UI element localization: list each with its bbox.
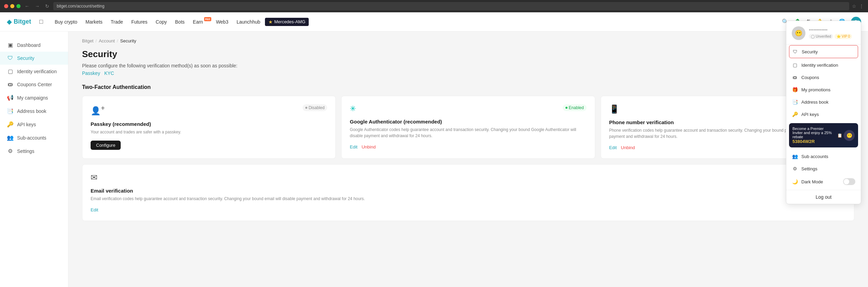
sidebar-item-security[interactable]: 🛡 Security	[0, 52, 68, 65]
breadcrumb-home[interactable]: Bitget	[82, 38, 93, 43]
sidebar-item-subaccounts[interactable]: 👥 Sub-accounts	[0, 131, 68, 144]
panel-avatar-icon: 😶	[795, 29, 802, 37]
breadcrumb: Bitget / Account / Security	[82, 38, 854, 43]
panel-menu-item-coupons[interactable]: 🎟 Coupons	[786, 71, 861, 83]
panel-identity-label: Identity verification	[801, 63, 838, 68]
passkey-status-text: Disabled	[309, 105, 325, 110]
sidebar-item-settings[interactable]: ⚙ Settings	[0, 144, 68, 158]
panel-username: ••••••••••••	[809, 27, 855, 32]
nav-bots[interactable]: Bots	[172, 17, 188, 27]
apps-grid-icon[interactable]: □	[39, 18, 43, 25]
panel-address-label: Address book	[801, 100, 829, 105]
main-layout: ▣ Dashboard 🛡 Security ▢ Identity verifi…	[0, 31, 868, 287]
toggle-thumb	[844, 179, 849, 184]
nav-buy-crypto[interactable]: Buy crypto	[51, 17, 81, 27]
panel-badges: ◯ Unverified ⭐ VIP 0	[809, 34, 855, 39]
vip-badge: ⭐ VIP 0	[834, 34, 852, 39]
panel-api-label: API keys	[801, 112, 819, 117]
passkey-card: 👤+ Disabled Passkey (recommended) Your a…	[82, 96, 336, 159]
panel-darkmode-label: Dark Mode	[801, 179, 823, 184]
google-status-badge: Enabled	[563, 104, 587, 111]
top-navigation: ◆ Bitget □ Buy crypto Markets Trade Futu…	[0, 12, 868, 31]
email-edit-button[interactable]: Edit	[91, 207, 98, 212]
sidebar-item-address[interactable]: 📑 Address book	[0, 104, 68, 118]
configure-button[interactable]: Configure	[91, 141, 121, 150]
phone-unbind-button[interactable]: Unbind	[621, 145, 635, 150]
google-card-header: ✳ Enabled	[350, 104, 586, 113]
email-card-desc: Email verification codes help guarantee …	[91, 196, 846, 202]
sidebar-label-dashboard: Dashboard	[17, 42, 41, 48]
panel-menu-item-subaccounts[interactable]: 👥 Sub accounts	[786, 150, 861, 162]
browser-star[interactable]: ☆	[852, 3, 856, 9]
browser-back[interactable]: ←	[23, 3, 31, 10]
nav-earn[interactable]: EarnHot	[189, 17, 211, 27]
google-card-title: Google Authenticator (recommended)	[350, 119, 586, 125]
sidebar-item-campaigns[interactable]: 📢 My campaigns	[0, 91, 68, 104]
panel-menu-item-darkmode[interactable]: 🌙 Dark Mode	[786, 175, 861, 188]
panel-menu-item-address[interactable]: 📑 Address book	[786, 96, 861, 108]
logo[interactable]: ◆ Bitget	[7, 18, 31, 26]
page-links: Passkey KYC	[82, 70, 854, 76]
browser-close[interactable]	[4, 4, 8, 8]
darkmode-toggle-container	[843, 178, 855, 185]
panel-settings-label: Settings	[801, 166, 817, 171]
logo-text: Bitget	[14, 18, 31, 25]
panel-menu-item-settings[interactable]: ⚙ Settings	[786, 162, 861, 175]
browser-maximize[interactable]	[16, 4, 21, 8]
google-auth-icon: ✳	[350, 104, 356, 113]
partner-badge[interactable]: ★ Mercedes-AMG	[265, 18, 309, 26]
panel-menu-item-api[interactable]: 🔑 API keys	[786, 108, 861, 120]
sidebar-item-api[interactable]: 🔑 API keys	[0, 118, 68, 131]
panel-subaccounts-icon: 👥	[792, 154, 798, 159]
panel-menu-item-promotions[interactable]: 🎁 My promotions	[786, 83, 861, 96]
nav-links: Buy crypto Markets Trade Futures Copy Bo…	[51, 17, 774, 27]
browser-menu[interactable]: ⋮	[859, 3, 864, 9]
google-edit-button[interactable]: Edit	[350, 144, 357, 149]
url-text: bitget.com/account/setting	[57, 4, 104, 9]
sidebar-label-security: Security	[17, 55, 35, 61]
browser-minimize[interactable]	[10, 4, 14, 8]
browser-refresh[interactable]: ↻	[44, 3, 51, 10]
phone-icon: 📱	[609, 104, 619, 114]
promo-code: 53804W2R	[792, 139, 834, 144]
email-icon: ✉	[91, 173, 97, 182]
panel-menu-item-identity[interactable]: ▢ Identity verification	[786, 59, 861, 71]
sidebar-item-identity[interactable]: ▢ Identity verification	[0, 65, 68, 78]
panel-menu-item-security[interactable]: 🛡 Security	[789, 45, 858, 58]
panel-avatar: 😶	[792, 26, 805, 40]
logout-button[interactable]: Log out	[786, 190, 861, 204]
panel-user: 😶 •••••••••••• ◯ Unverified ⭐ VIP 0	[786, 26, 861, 44]
promo-box[interactable]: Become a Premier Inviter and enjoy a 25%…	[789, 123, 858, 147]
address-bar[interactable]: bitget.com/account/setting	[53, 2, 849, 10]
panel-coupons-icon: 🎟	[792, 75, 798, 80]
nav-futures[interactable]: Futures	[128, 17, 151, 27]
browser-forward[interactable]: →	[34, 3, 41, 10]
darkmode-toggle[interactable]	[843, 178, 855, 185]
google-card-actions: Edit Unbind	[350, 144, 586, 149]
nav-launchhub[interactable]: Launchhub	[233, 17, 264, 27]
passkey-card-title: Passkey (recommended)	[91, 121, 327, 127]
address-icon: 📑	[7, 108, 14, 114]
passkey-status-dot	[305, 107, 307, 109]
promo-copy-icon[interactable]: 📋	[837, 133, 842, 138]
passkey-card-desc: Your account and trades are safer with a…	[91, 129, 327, 135]
left-sidebar: ▣ Dashboard 🛡 Security ▢ Identity verifi…	[0, 31, 68, 287]
breadcrumb-account[interactable]: Account	[99, 38, 115, 43]
nav-trade[interactable]: Trade	[107, 17, 126, 27]
sidebar-item-coupons[interactable]: 🎟 Coupons Center	[0, 78, 68, 91]
nav-markets[interactable]: Markets	[82, 17, 106, 27]
sidebar-item-dashboard[interactable]: ▣ Dashboard	[0, 38, 68, 52]
subaccounts-icon: 👥	[7, 134, 14, 141]
panel-user-info: •••••••••••• ◯ Unverified ⭐ VIP 0	[809, 27, 855, 39]
phone-edit-button[interactable]: Edit	[609, 145, 617, 150]
passkey-link[interactable]: Passkey	[82, 70, 100, 76]
email-card-header: ✉ ••• ••••••••	[91, 173, 846, 182]
google-unbind-button[interactable]: Unbind	[362, 144, 376, 149]
nav-web3[interactable]: Web3	[213, 17, 232, 27]
nav-copy[interactable]: Copy	[152, 17, 170, 27]
kyc-link[interactable]: KYC	[104, 70, 114, 76]
email-card-row: ✉ ••• •••••••• Email verification Email …	[82, 164, 854, 221]
panel-promotions-icon: 🎁	[792, 87, 798, 92]
panel-promotions-label: My promotions	[801, 87, 830, 92]
sidebar-label-address: Address book	[17, 108, 46, 114]
